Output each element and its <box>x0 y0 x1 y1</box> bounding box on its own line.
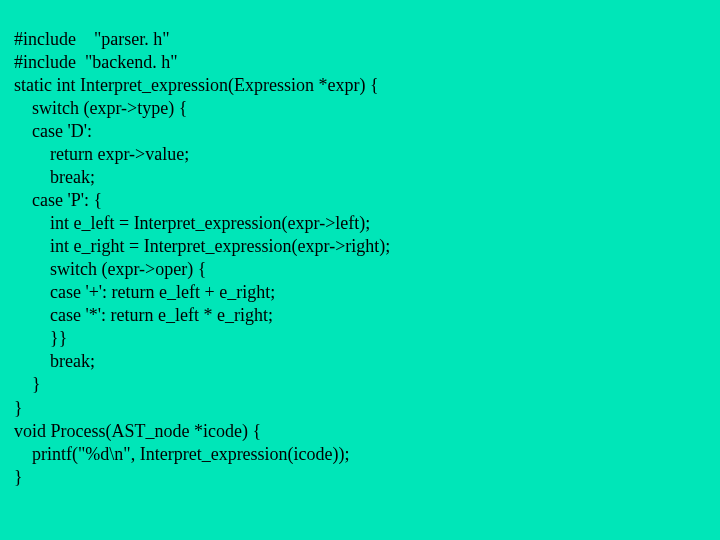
code-line: int e_left = Interpret_expression(expr->… <box>14 212 706 235</box>
code-line: break; <box>14 350 706 373</box>
code-line: #include "parser. h" <box>14 28 706 51</box>
code-slide: #include "parser. h" #include "backend. … <box>0 0 720 489</box>
code-line: int e_right = Interpret_expression(expr-… <box>14 235 706 258</box>
code-line: switch (expr->type) { <box>14 97 706 120</box>
code-line: void Process(AST_node *icode) { <box>14 420 706 443</box>
code-line: case 'P': { <box>14 189 706 212</box>
code-line: #include "backend. h" <box>14 51 706 74</box>
code-line: switch (expr->oper) { <box>14 258 706 281</box>
code-line: static int Interpret_expression(Expressi… <box>14 74 706 97</box>
code-line: }} <box>14 327 706 350</box>
code-line: } <box>14 397 706 420</box>
code-line: break; <box>14 166 706 189</box>
code-line: case 'D': <box>14 120 706 143</box>
code-line: case '+': return e_left + e_right; <box>14 281 706 304</box>
code-line: case '*': return e_left * e_right; <box>14 304 706 327</box>
code-line: printf("%d\n", Interpret_expression(icod… <box>14 443 706 466</box>
code-line: } <box>14 373 706 396</box>
code-line: return expr->value; <box>14 143 706 166</box>
code-line: } <box>14 466 706 489</box>
